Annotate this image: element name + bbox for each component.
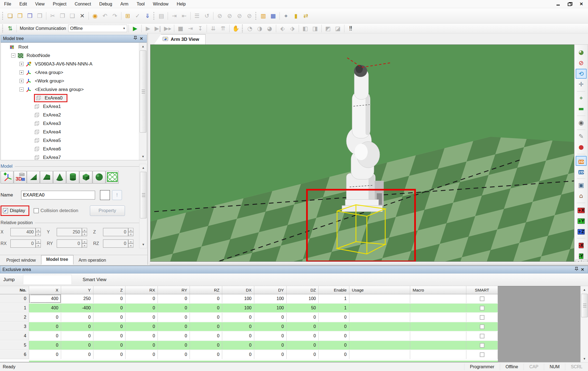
cell[interactable]: 0 — [93, 350, 125, 359]
y-input[interactable] — [57, 228, 82, 236]
cell[interactable]: 1 — [0, 304, 29, 312]
column-header-macro[interactable]: Macro — [410, 286, 466, 294]
cell[interactable] — [410, 350, 466, 359]
tab-model-tree[interactable]: Model tree — [41, 255, 73, 265]
cell[interactable] — [349, 332, 410, 340]
tree-item-exarea0[interactable]: ExArea0 — [1, 94, 147, 102]
cell[interactable]: 0 — [125, 304, 158, 312]
arm-transfer-icon[interactable]: ⇄ — [301, 12, 311, 20]
cell[interactable]: 0 — [254, 350, 287, 359]
cell[interactable] — [410, 313, 466, 322]
tab-project-window[interactable]: Project window — [1, 256, 41, 265]
toolbar-drag-handle[interactable] — [2, 12, 3, 20]
cell[interactable] — [349, 341, 410, 350]
smart-checkbox[interactable] — [480, 306, 484, 310]
undo-icon[interactable]: ↶ — [100, 12, 110, 20]
column-header-rz[interactable]: RZ — [190, 286, 222, 294]
scroll-up-icon[interactable]: ▲ — [581, 287, 588, 293]
tree-item-root[interactable]: Root — [1, 43, 147, 51]
play-icon[interactable]: ▶ — [143, 24, 153, 33]
close-icon[interactable]: ✕ — [138, 36, 144, 41]
close-icon[interactable]: ✕ — [580, 267, 586, 272]
outline-view-icon[interactable]: ▤ — [156, 12, 166, 20]
cell[interactable]: 0 — [222, 341, 254, 350]
toolbar-drag-handle[interactable] — [2, 25, 3, 32]
cell[interactable]: 250 — [61, 294, 93, 303]
scroll-thumb[interactable] — [581, 294, 588, 317]
tree-item-exarea6[interactable]: ExArea6 — [1, 145, 147, 153]
cell[interactable] — [410, 322, 466, 331]
cell[interactable]: 0 — [319, 322, 349, 331]
mapping-2-icon[interactable]: ◨ — [310, 24, 320, 33]
exclaim-button[interactable]: ! — [112, 190, 122, 200]
cell[interactable]: 0 — [29, 313, 61, 322]
horizontal-splitter[interactable] — [150, 262, 588, 265]
tree-item-robotnode[interactable]: −RobotNode — [1, 51, 147, 60]
view-plus-x-button[interactable]: +X — [576, 205, 587, 215]
smart-checkbox[interactable] — [480, 324, 484, 329]
tree-item-exarea5[interactable]: ExArea5 — [1, 136, 147, 145]
breakpoint-4-icon[interactable]: ⊘ — [244, 12, 254, 20]
transfer-icon[interactable]: ⇅ — [5, 24, 15, 33]
pin-icon[interactable] — [132, 36, 138, 41]
jump-button[interactable]: Jump — [3, 277, 15, 282]
cell[interactable]: 0 — [222, 332, 254, 340]
cell[interactable]: 0 — [29, 322, 61, 331]
home-view-icon[interactable]: ⌂ — [576, 191, 587, 201]
tab-arm-operation[interactable]: Arm operation — [73, 256, 112, 265]
cell[interactable] — [410, 304, 466, 312]
cell[interactable]: 0 — [93, 341, 125, 350]
scroll-thumb[interactable] — [140, 50, 146, 133]
cell[interactable]: 2 — [0, 313, 29, 322]
cell[interactable]: 100 — [222, 304, 254, 312]
calib-1-icon[interactable]: ◩ — [323, 24, 333, 33]
speed-2-icon[interactable]: ◑ — [255, 24, 265, 33]
cell[interactable]: 0 — [319, 313, 349, 322]
cell[interactable]: 400 — [29, 304, 61, 312]
step-up-icon[interactable]: ⇈ — [218, 24, 228, 33]
cell[interactable]: 0 — [287, 350, 319, 359]
cell[interactable]: 0 — [93, 294, 125, 303]
orbit-view-icon[interactable]: ◕ — [576, 47, 587, 57]
view-origin-icon[interactable]: ▣ — [576, 180, 587, 190]
spinner-up-icon[interactable]: ▲ — [128, 228, 133, 232]
cell[interactable]: 50 — [287, 304, 319, 312]
x-input[interactable] — [10, 228, 36, 236]
cell[interactable] — [349, 350, 410, 359]
smart-view-button[interactable]: Smart View — [83, 277, 107, 282]
column-header-dz[interactable]: DZ — [287, 286, 319, 294]
expand-icon[interactable]: + — [19, 70, 24, 75]
cell[interactable]: 1 — [319, 294, 349, 303]
play-to-end-icon[interactable]: ▶| — [153, 24, 163, 33]
stop-icon[interactable]: ■ — [176, 24, 185, 33]
cell[interactable] — [349, 294, 410, 303]
menu-debug[interactable]: Debug — [95, 0, 116, 8]
view-3d-icon[interactable]: 3D — [576, 156, 587, 166]
tree-item-exarea4[interactable]: ExArea4 — [1, 128, 147, 136]
column-header-smart[interactable]: SMART — [466, 286, 498, 294]
cell[interactable]: 400 — [29, 294, 61, 303]
collapse-icon[interactable]: − — [19, 87, 24, 92]
step-over-icon[interactable]: ↧ — [195, 24, 205, 33]
breakpoint-1-icon[interactable]: ⊘ — [215, 12, 225, 20]
column-header-z[interactable]: Z — [93, 286, 125, 294]
breakpoint-2-icon[interactable]: ⊘ — [225, 12, 235, 20]
cell[interactable]: 0 — [319, 332, 349, 340]
jog-2-icon[interactable]: ⬗ — [287, 24, 297, 33]
model-section-scrollbar[interactable]: ▲ ▼ — [139, 164, 147, 248]
cell[interactable]: 0 — [125, 313, 158, 322]
column-header-x[interactable]: X — [29, 286, 61, 294]
cell[interactable]: 0 — [190, 341, 222, 350]
cell[interactable]: 0 — [93, 304, 125, 312]
name-input[interactable] — [21, 191, 95, 199]
cell[interactable]: 0 — [125, 322, 158, 331]
pan-view-icon[interactable]: ✛ — [576, 79, 587, 89]
wedge-shape-icon[interactable] — [27, 171, 40, 184]
column-header-y[interactable]: Y — [61, 286, 93, 294]
cell[interactable]: 0 — [158, 313, 190, 322]
add-document-icon[interactable]: ⊞ — [123, 12, 133, 20]
speed-1-icon[interactable]: ◔ — [245, 24, 255, 33]
menu-connect[interactable]: Connect — [71, 0, 95, 8]
model-tree-scrollbar[interactable]: ▲ ▼ — [139, 43, 147, 160]
tab-arm-3d-view[interactable]: Arm 3D View — [154, 34, 205, 44]
